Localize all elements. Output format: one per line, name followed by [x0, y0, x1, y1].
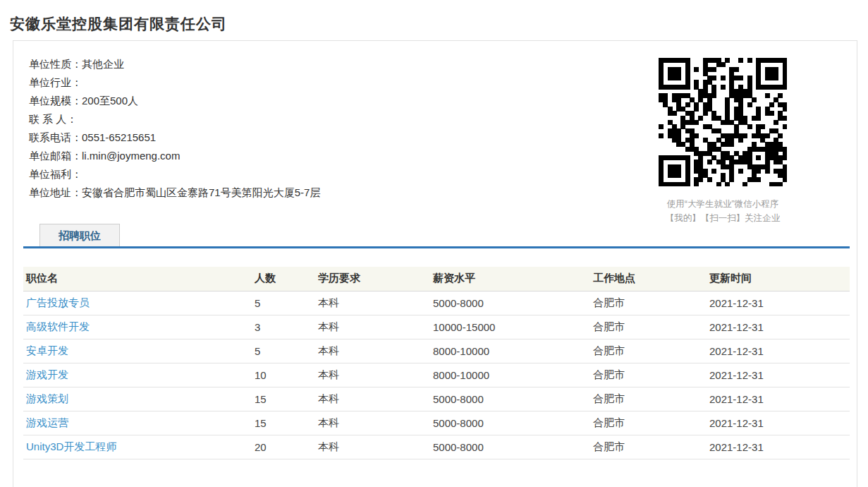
table-row: 游戏运营 15 本科 5000-8000 合肥市 2021-12-31	[23, 411, 850, 435]
cell-education: 本科	[315, 363, 430, 387]
cell-headcount: 20	[252, 435, 315, 459]
company-info-panel: 单位性质：其他企业 单位行业： 单位规模：200至500人 联 系 人： 联系电…	[13, 40, 857, 487]
info-row-welfare: 单位福利：	[29, 165, 320, 184]
cell-salary: 8000-10000	[430, 339, 590, 363]
position-link[interactable]: 高级软件开发	[26, 320, 90, 332]
cell-update-time: 2021-12-31	[707, 387, 850, 411]
table-row: 高级软件开发 3 本科 10000-15000 合肥市 2021-12-31	[23, 315, 850, 339]
cell-update-time: 2021-12-31	[707, 435, 850, 459]
field-label: 联 系 人：	[29, 113, 77, 125]
field-value: li.min@joymeng.com	[82, 150, 180, 162]
cell-location: 合肥市	[590, 411, 707, 435]
tab-recruit-positions[interactable]: 招聘职位	[39, 224, 120, 246]
position-link[interactable]: 游戏策划	[26, 392, 68, 404]
cell-headcount: 10	[252, 363, 315, 387]
header-salary: 薪资水平	[430, 267, 590, 291]
cell-update-time: 2021-12-31	[707, 411, 850, 435]
field-value: 其他企业	[82, 58, 124, 70]
info-row-industry: 单位行业：	[29, 73, 320, 92]
table-row: 广告投放专员 5 本科 5000-8000 合肥市 2021-12-31	[23, 291, 850, 315]
cell-location: 合肥市	[590, 387, 707, 411]
cell-salary: 5000-8000	[430, 411, 590, 435]
table-row: 游戏策划 15 本科 5000-8000 合肥市 2021-12-31	[23, 387, 850, 411]
cell-update-time: 2021-12-31	[707, 339, 850, 363]
cell-headcount: 5	[252, 291, 315, 315]
field-value: 0551-65215651	[82, 131, 156, 143]
info-row-contact-person: 联 系 人：	[29, 110, 320, 128]
cell-position: 安卓开发	[23, 339, 252, 363]
info-row-email: 单位邮箱：li.min@joymeng.com	[29, 147, 320, 165]
tab-strip: 招聘职位	[23, 224, 850, 248]
company-info-list: 单位性质：其他企业 单位行业： 单位规模：200至500人 联 系 人： 联系电…	[29, 55, 320, 202]
cell-salary: 5000-8000	[430, 387, 590, 411]
header-location: 工作地点	[590, 267, 707, 291]
field-label: 单位地址：	[29, 186, 82, 198]
cell-education: 本科	[315, 291, 430, 315]
qr-caption-line1: 使用“大学生就业”微信小程序	[643, 197, 802, 211]
cell-education: 本科	[315, 339, 430, 363]
cell-update-time: 2021-12-31	[707, 291, 850, 315]
cell-location: 合肥市	[590, 339, 707, 363]
cell-position: Unity3D开发工程师	[23, 435, 252, 459]
qr-caption: 使用“大学生就业”微信小程序 【我的】【扫一扫】关注企业	[643, 197, 802, 225]
cell-headcount: 5	[252, 339, 315, 363]
cell-position: 高级软件开发	[23, 315, 252, 339]
cell-salary: 5000-8000	[430, 291, 590, 315]
info-row-phone: 联系电话：0551-65215651	[29, 128, 320, 147]
field-label: 单位福利：	[29, 168, 82, 180]
cell-position: 游戏策划	[23, 387, 252, 411]
position-link[interactable]: 游戏开发	[26, 368, 68, 380]
cell-salary: 8000-10000	[430, 363, 590, 387]
page-title: 安徽乐堂控股集团有限责任公司	[10, 14, 227, 34]
cell-headcount: 15	[252, 411, 315, 435]
position-link[interactable]: 游戏运营	[26, 416, 68, 428]
cell-update-time: 2021-12-31	[707, 363, 850, 387]
cell-update-time: 2021-12-31	[707, 315, 850, 339]
cell-location: 合肥市	[590, 315, 707, 339]
field-label: 单位规模：	[29, 95, 82, 107]
info-row-unit-type: 单位性质：其他企业	[29, 55, 320, 73]
cell-headcount: 3	[252, 315, 315, 339]
cell-education: 本科	[315, 411, 430, 435]
info-row-address: 单位地址：安徽省合肥市蜀山区金寨路71号美第阳光大厦5-7层	[29, 184, 320, 202]
cell-position: 游戏运营	[23, 411, 252, 435]
cell-salary: 5000-8000	[430, 435, 590, 459]
cell-position: 游戏开发	[23, 363, 252, 387]
field-label: 单位邮箱：	[29, 150, 82, 162]
cell-education: 本科	[315, 315, 430, 339]
info-row-size: 单位规模：200至500人	[29, 92, 320, 110]
cell-position: 广告投放专员	[23, 291, 252, 315]
header-update-time: 更新时间	[707, 267, 850, 291]
cell-salary: 10000-15000	[430, 315, 590, 339]
field-value: 安徽省合肥市蜀山区金寨路71号美第阳光大厦5-7层	[82, 186, 320, 198]
tab-active-underline	[23, 246, 850, 248]
qr-code	[659, 58, 787, 186]
position-link[interactable]: 广告投放专员	[26, 296, 90, 308]
cell-education: 本科	[315, 387, 430, 411]
table-row: 游戏开发 10 本科 8000-10000 合肥市 2021-12-31	[23, 363, 850, 387]
field-label: 联系电话：	[29, 131, 82, 143]
cell-education: 本科	[315, 435, 430, 459]
cell-location: 合肥市	[590, 363, 707, 387]
jobs-table: 职位名 人数 学历要求 薪资水平 工作地点 更新时间 广告投放专员 5 本科 5…	[23, 267, 850, 459]
cell-headcount: 15	[252, 387, 315, 411]
cell-location: 合肥市	[590, 435, 707, 459]
field-value: 200至500人	[82, 95, 138, 107]
field-label: 单位行业：	[29, 76, 82, 88]
position-link[interactable]: Unity3D开发工程师	[26, 440, 116, 452]
field-label: 单位性质：	[29, 58, 82, 70]
table-row: Unity3D开发工程师 20 本科 5000-8000 合肥市 2021-12…	[23, 435, 850, 459]
header-headcount: 人数	[252, 267, 315, 291]
qr-caption-line2: 【我的】【扫一扫】关注企业	[643, 211, 802, 225]
cell-location: 合肥市	[590, 291, 707, 315]
qr-code-image	[659, 58, 787, 186]
header-education: 学历要求	[315, 267, 430, 291]
header-position-name: 职位名	[23, 267, 252, 291]
table-row: 安卓开发 5 本科 8000-10000 合肥市 2021-12-31	[23, 339, 850, 363]
position-link[interactable]: 安卓开发	[26, 344, 68, 356]
jobs-table-header-row: 职位名 人数 学历要求 薪资水平 工作地点 更新时间	[23, 267, 850, 291]
